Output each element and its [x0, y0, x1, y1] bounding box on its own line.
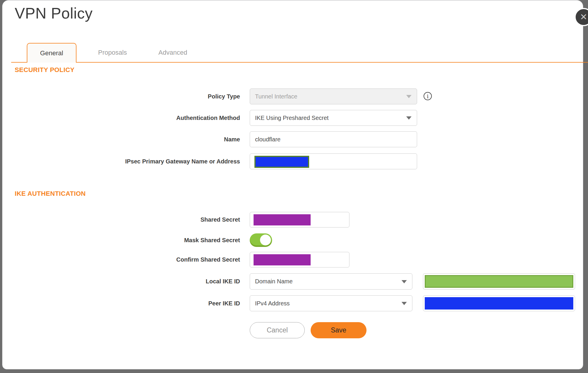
- local-ike-id-label: Local IKE ID: [2, 273, 240, 290]
- peer-ike-id-label: Peer IKE ID: [2, 295, 240, 311]
- section-ike-authentication: IKE AUTHENTICATION: [15, 190, 86, 198]
- policy-type-select[interactable]: Tunnel Interface: [250, 88, 417, 104]
- authentication-method-value: IKE Using Preshared Secret: [255, 115, 329, 121]
- row-confirm-shared-secret: Confirm Shared Secret: [2, 252, 588, 267]
- name-value: cloudflare: [255, 136, 281, 143]
- name-input[interactable]: cloudflare: [250, 131, 417, 147]
- confirm-shared-secret-input[interactable]: [250, 252, 349, 267]
- tab-proposals[interactable]: Proposals: [88, 43, 137, 62]
- confirm-shared-secret-label: Confirm Shared Secret: [2, 252, 240, 267]
- peer-ike-id-type-select[interactable]: IPv4 Address: [250, 295, 412, 311]
- tab-advanced[interactable]: Advanced: [149, 43, 197, 62]
- shared-secret-input[interactable]: [250, 212, 349, 228]
- mask-shared-secret-label: Mask Shared Secret: [2, 233, 240, 247]
- row-ipsec-gateway: IPsec Primary Gateway Name or Address: [2, 153, 588, 169]
- tab-bar: General Proposals Advanced: [11, 43, 588, 63]
- tab-general[interactable]: General: [27, 43, 76, 63]
- page-title: VPN Policy: [15, 4, 93, 22]
- local-ike-id-type-value: Domain Name: [255, 278, 293, 285]
- chevron-down-icon: [402, 280, 407, 283]
- toggle-knob: [260, 235, 271, 245]
- row-authentication-method: Authentication Method IKE Using Preshare…: [2, 110, 588, 126]
- policy-type-value: Tunnel Interface: [255, 93, 297, 100]
- save-button[interactable]: Save: [311, 322, 367, 338]
- local-ike-id-value-input[interactable]: [423, 273, 575, 290]
- row-policy-type: Policy Type Tunnel Interface i: [2, 88, 588, 104]
- chevron-down-icon: [406, 95, 412, 98]
- confirm-shared-secret-redaction: [254, 254, 311, 265]
- section-security-policy: SECURITY POLICY: [15, 66, 74, 74]
- peer-ike-id-type-value: IPv4 Address: [255, 300, 290, 307]
- footer-actions: Cancel Save: [2, 322, 588, 338]
- ipsec-gateway-input[interactable]: [250, 153, 417, 169]
- ipsec-gateway-redaction: [254, 156, 309, 168]
- row-shared-secret: Shared Secret: [2, 212, 588, 228]
- name-label: Name: [2, 131, 240, 147]
- local-ike-id-redaction: [425, 275, 573, 288]
- cancel-button[interactable]: Cancel: [250, 322, 305, 338]
- row-name: Name cloudflare: [2, 131, 588, 147]
- ipsec-gateway-label: IPsec Primary Gateway Name or Address: [2, 153, 240, 169]
- chevron-down-icon: [402, 302, 407, 305]
- mask-shared-secret-toggle[interactable]: [250, 233, 272, 247]
- info-icon[interactable]: i: [424, 92, 432, 100]
- row-local-ike-id: Local IKE ID Domain Name: [2, 273, 588, 290]
- local-ike-id-type-select[interactable]: Domain Name: [250, 273, 412, 290]
- chevron-down-icon: [406, 116, 412, 120]
- peer-ike-id-redaction: [425, 297, 573, 310]
- row-mask-shared-secret: Mask Shared Secret: [2, 233, 588, 247]
- vpn-policy-dialog: VPN Policy General Proposals Advanced SE…: [2, 0, 583, 369]
- authentication-method-select[interactable]: IKE Using Preshared Secret: [250, 110, 417, 126]
- peer-ike-id-value-input[interactable]: [423, 295, 575, 311]
- row-peer-ike-id: Peer IKE ID IPv4 Address: [2, 295, 588, 311]
- shared-secret-label: Shared Secret: [2, 212, 240, 228]
- shared-secret-redaction: [254, 214, 311, 225]
- policy-type-label: Policy Type: [2, 88, 240, 104]
- authentication-method-label: Authentication Method: [2, 110, 240, 126]
